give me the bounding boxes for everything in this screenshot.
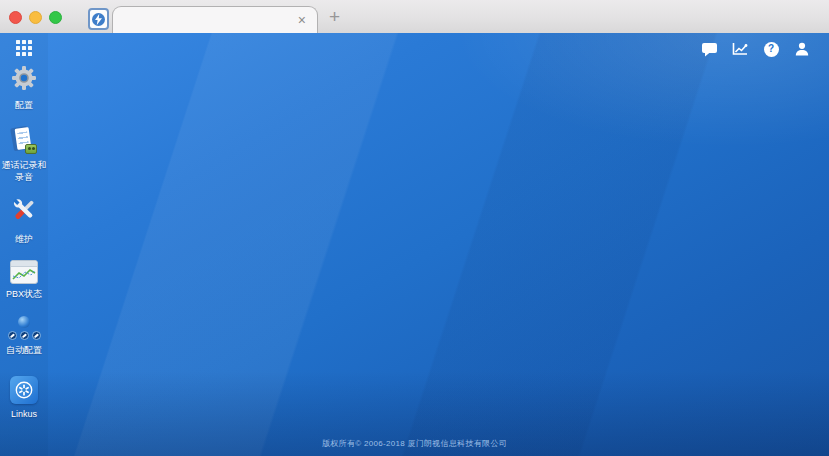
sidebar-item-label: PBX状态 (6, 288, 42, 300)
sidebar-item-label: 通话记录和录音 (1, 159, 47, 183)
help-icon[interactable]: ? (762, 40, 780, 58)
tab-close-icon[interactable]: × (298, 12, 306, 28)
lightning-favicon-icon (92, 13, 105, 26)
window-minimize-button[interactable] (29, 11, 42, 24)
sidebar-item-maintenance[interactable]: 维护 (9, 195, 39, 245)
sidebar-item-settings[interactable]: 配置 (11, 65, 37, 111)
phone-icon (20, 331, 29, 340)
sidebar-item-linkus[interactable]: Linkus (10, 376, 38, 420)
wrench-screwdriver-icon (9, 195, 39, 229)
sidebar-item-label: 配置 (15, 99, 33, 111)
main-menu-grid-icon[interactable] (16, 40, 32, 56)
copyright-text: 版权所有© 2006-2018 厦门朗视信息科技有限公司 (0, 438, 829, 449)
status-chart-icon (10, 260, 38, 284)
browser-window: × + (0, 0, 829, 456)
sidebar-item-cdr-recordings[interactable]: 通话记录和录音 (1, 125, 47, 183)
feedback-chat-icon[interactable] (700, 40, 718, 58)
browser-toolbar: × + (0, 0, 829, 34)
pbx-desktop: 配置 通话记录和录音 (0, 33, 829, 456)
account-user-icon[interactable] (793, 40, 811, 58)
call-records-icon (9, 125, 39, 155)
gear-icon (11, 65, 37, 95)
phone-icon (32, 331, 41, 340)
window-zoom-button[interactable] (49, 11, 62, 24)
sidebar-item-label: Linkus (11, 408, 37, 420)
browser-tab[interactable]: × (112, 6, 318, 34)
sidebar: 配置 通话记录和录音 (0, 33, 48, 456)
pinned-tab[interactable] (88, 8, 109, 30)
globe-icon (18, 316, 30, 328)
resource-monitor-icon[interactable] (731, 40, 749, 58)
sidebar-item-auto-provisioning[interactable]: 自动配置 (6, 316, 42, 356)
topbar-icon-row: ? (700, 40, 811, 58)
window-close-button[interactable] (9, 11, 22, 24)
sidebar-item-label: 维护 (15, 233, 33, 245)
sidebar-item-pbx-monitor[interactable]: PBX状态 (6, 260, 42, 300)
phone-icon (8, 331, 17, 340)
auto-provisioning-icon (8, 316, 41, 340)
sidebar-item-label: 自动配置 (6, 344, 42, 356)
linkus-logo-icon (10, 376, 38, 404)
new-tab-button[interactable]: + (329, 6, 340, 28)
help-glyph: ? (768, 44, 774, 54)
